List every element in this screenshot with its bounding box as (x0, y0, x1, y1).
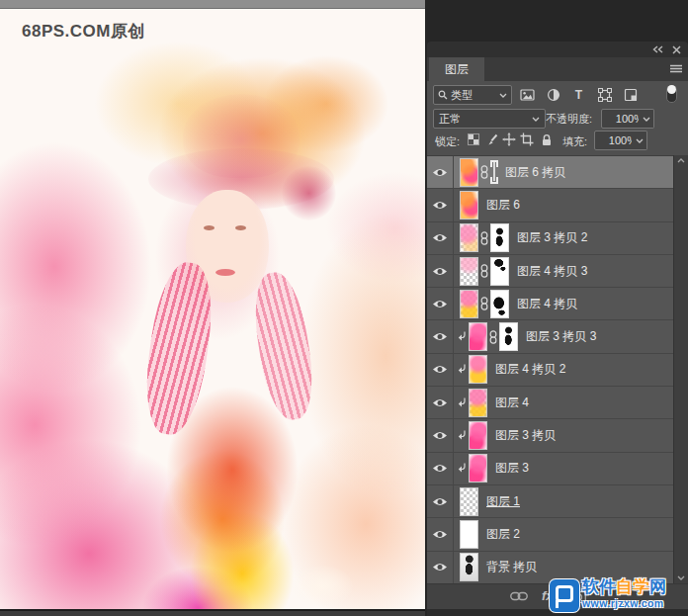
collapse-panel-icon[interactable] (652, 45, 664, 53)
visibility-toggle[interactable] (427, 320, 454, 352)
layer-thumbnail[interactable] (460, 290, 478, 318)
link-mask-icon[interactable] (480, 297, 488, 310)
blend-mode-value: 正常 (439, 112, 461, 127)
visibility-toggle[interactable] (427, 255, 454, 287)
layer-thumbnail[interactable] (469, 322, 487, 351)
layer-mask-thumbnail[interactable] (499, 322, 518, 351)
layer-row[interactable]: 图层 4 拷贝 3 (427, 255, 674, 288)
eye-icon (432, 200, 448, 211)
visibility-toggle[interactable] (427, 453, 454, 484)
layer-thumbnail[interactable] (460, 191, 478, 220)
clipping-mask-arrow-icon (455, 397, 468, 408)
lock-position-icon[interactable] (502, 132, 516, 146)
visibility-toggle[interactable] (427, 156, 454, 188)
blend-mode-row: 正常 不透明度: 100% (433, 109, 682, 128)
link-mask-icon[interactable] (489, 330, 497, 344)
portrait-lips (215, 269, 235, 276)
layer-row[interactable]: 图层 3 拷贝 (427, 419, 674, 452)
chevron-down-icon (532, 117, 540, 122)
fill-label: 填充: (562, 134, 587, 149)
link-layers-icon[interactable] (510, 590, 528, 602)
layer-mask-thumbnail[interactable] (490, 257, 509, 286)
layer-thumbnail[interactable] (469, 389, 487, 417)
layer-thumbnail[interactable] (469, 421, 487, 450)
panel-menu-icon[interactable] (669, 64, 683, 74)
visibility-toggle[interactable] (427, 518, 454, 550)
visibility-toggle[interactable] (427, 288, 454, 319)
visibility-toggle[interactable] (427, 485, 454, 517)
close-panel-icon[interactable] (672, 45, 681, 54)
layer-thumbnail[interactable] (460, 257, 478, 286)
eye-icon (432, 397, 448, 408)
layer-mask-thumbnail[interactable] (493, 162, 495, 181)
filter-toggle-switch[interactable] (666, 85, 677, 103)
layer-row[interactable]: 图层 4 拷贝 (427, 288, 674, 320)
eye-icon (432, 232, 448, 243)
filter-pixel-layers-icon[interactable] (520, 87, 535, 102)
lock-image-pixels-icon[interactable] (484, 132, 498, 146)
layer-row[interactable]: 图层 3 拷贝 2 (427, 222, 674, 255)
layer-row[interactable]: 图层 1 (427, 485, 674, 518)
layer-mask-thumbnail[interactable] (490, 290, 509, 318)
layer-row[interactable]: 图层 4 拷贝 2 (427, 354, 674, 387)
fill-dropdown-button[interactable] (632, 131, 647, 150)
watermark-site-url: www.rjzxw.com (582, 597, 687, 609)
clipping-mask-arrow-icon (455, 364, 468, 375)
chevron-down-icon (636, 138, 644, 143)
layer-name: 图层 1 (486, 493, 520, 510)
layer-thumbnail[interactable] (460, 158, 478, 187)
eye-icon (432, 430, 448, 441)
layer-row[interactable]: 图层 4 (427, 387, 674, 419)
layer-name: 图层 6 拷贝 (505, 164, 565, 181)
watercolor-wash (0, 0, 425, 616)
layer-row[interactable]: 图层 6 (427, 189, 674, 221)
clipping-mask-arrow-icon (455, 463, 468, 474)
lock-artboard-icon[interactable] (520, 132, 534, 146)
watermark-bottom-right: 软件自学网 www.rjzxw.com (550, 577, 688, 616)
layer-name: 图层 4 拷贝 3 (517, 263, 587, 280)
document-canvas: 68PS.COM原创 (0, 0, 425, 616)
layer-thumbnail[interactable] (460, 487, 478, 516)
eye-icon (432, 496, 448, 507)
opacity-dropdown-button[interactable] (639, 109, 654, 129)
filter-shape-layers-icon[interactable] (597, 87, 612, 102)
visibility-toggle[interactable] (427, 189, 454, 220)
filter-type-layers-icon[interactable]: T (571, 87, 586, 102)
layer-thumbnail[interactable] (460, 553, 478, 581)
layer-row[interactable]: 图层 3 拷贝 3 (427, 320, 674, 353)
hat-side-shape (282, 166, 336, 220)
blend-mode-select[interactable]: 正常 (433, 109, 546, 129)
visibility-toggle[interactable] (427, 354, 454, 386)
lock-all-icon[interactable] (540, 132, 554, 146)
layer-name: 图层 6 (486, 197, 520, 214)
layer-name: 图层 4 拷贝 (517, 296, 577, 312)
visibility-toggle[interactable] (427, 222, 454, 254)
layer-row[interactable]: 图层 2 (427, 518, 674, 551)
filter-smart-objects-icon[interactable] (623, 87, 638, 102)
layer-row[interactable]: 图层 6 拷贝 (427, 156, 674, 189)
filter-type-dropdown[interactable]: 类型 (433, 85, 512, 105)
layer-thumbnail[interactable] (469, 454, 487, 483)
layer-thumbnail[interactable] (460, 223, 478, 252)
layers-panel: 图层 类型 (425, 0, 688, 616)
visibility-toggle[interactable] (427, 552, 454, 583)
layer-thumbnail[interactable] (460, 520, 478, 549)
lock-row: 锁定: 填充: 100% (433, 132, 682, 149)
link-mask-icon[interactable] (480, 264, 488, 278)
layer-row[interactable]: 图层 3 (427, 453, 674, 485)
visibility-toggle[interactable] (427, 419, 454, 451)
lock-label: 锁定: (435, 134, 460, 149)
lock-transparent-pixels-icon[interactable] (467, 132, 480, 146)
layers-scrollbar[interactable] (673, 155, 688, 583)
scroll-up-icon[interactable] (677, 158, 685, 163)
chevron-down-icon (643, 117, 650, 122)
tab-layers[interactable]: 图层 (429, 57, 484, 81)
visibility-toggle[interactable] (427, 387, 454, 418)
filter-adjustment-layers-icon[interactable] (546, 87, 560, 102)
layer-thumbnail[interactable] (469, 355, 487, 384)
link-mask-icon[interactable] (480, 165, 488, 179)
link-mask-icon[interactable] (480, 231, 488, 245)
layer-mask-thumbnail[interactable] (490, 223, 509, 252)
mask-selection-frame (491, 161, 497, 183)
layer-name: 图层 4 (495, 395, 529, 411)
